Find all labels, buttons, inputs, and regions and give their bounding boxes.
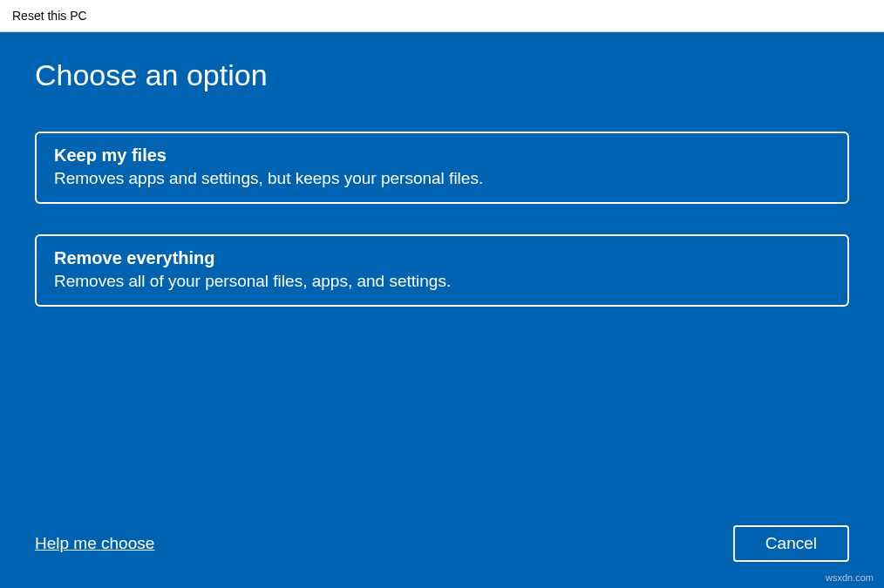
option-keep-description: Removes apps and settings, but keeps you… [54,169,830,188]
footer-row: Help me choose Cancel [35,525,849,562]
page-heading: Choose an option [35,58,849,92]
content-area: Choose an option Keep my files Removes a… [0,32,884,588]
window-title: Reset this PC [12,9,87,23]
option-remove-everything[interactable]: Remove everything Removes all of your pe… [35,234,849,307]
reset-pc-window: Reset this PC Choose an option Keep my f… [0,0,884,588]
help-me-choose-link[interactable]: Help me choose [35,534,154,553]
cancel-button[interactable]: Cancel [733,525,849,562]
option-remove-title: Remove everything [54,248,830,268]
watermark-text: wsxdn.com [826,572,874,583]
option-keep-title: Keep my files [54,145,830,166]
option-keep-my-files[interactable]: Keep my files Removes apps and settings,… [35,132,849,204]
option-remove-description: Removes all of your personal files, apps… [54,272,830,291]
window-title-bar: Reset this PC [0,0,884,32]
